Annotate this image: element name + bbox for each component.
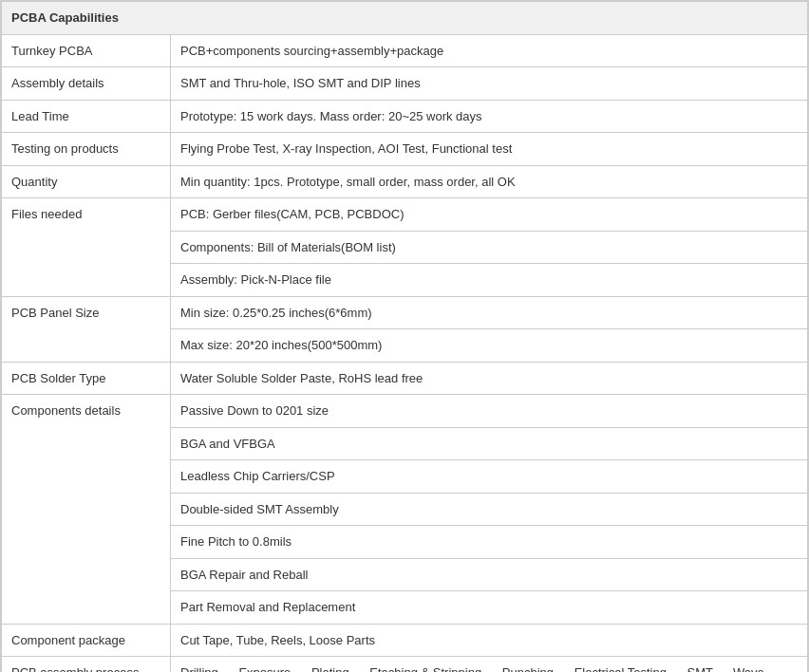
row-value: SMT and Thru-hole, ISO SMT and DIP lines <box>171 67 808 101</box>
table-row: PCB assembly processDrilling-----Exposur… <box>2 657 808 673</box>
row-label: PCB Solder Type <box>2 362 171 395</box>
row-value: Min quantity: 1pcs. Prototype, small ord… <box>171 165 808 198</box>
row-value: Assembly: Pick-N-Place file <box>171 264 808 297</box>
table-row: Lead TimePrototype: 15 work days. Mass o… <box>2 100 808 133</box>
row-value: Min size: 0.25*0.25 inches(6*6mm) <box>171 296 808 329</box>
row-value: Passive Down to 0201 size <box>171 395 808 428</box>
row-value: PCB: Gerber files(CAM, PCB, PCBDOC) <box>171 198 808 232</box>
row-value: Flying Probe Test, X-ray Inspection, AOI… <box>171 133 808 166</box>
row-value: Part Removal and Replacement <box>171 591 808 625</box>
table-row: Testing on productsFlying Probe Test, X-… <box>2 133 808 166</box>
row-value: PCB+components sourcing+assembly+package <box>171 34 808 67</box>
row-label: Components details <box>2 395 171 625</box>
row-label: Component package <box>2 624 171 657</box>
row-value: BGA and VFBGA <box>171 427 808 460</box>
row-value: Max size: 20*20 inches(500*500mm) <box>171 329 808 363</box>
row-label: Turnkey PCBA <box>2 34 171 67</box>
row-label: PCB Panel Size <box>2 296 171 362</box>
row-value: Components: Bill of Materials(BOM list) <box>171 231 808 264</box>
row-label: Assembly details <box>2 67 171 101</box>
table-row: Assembly detailsSMT and Thru-hole, ISO S… <box>2 67 808 101</box>
table-row: QuantityMin quantity: 1pcs. Prototype, s… <box>2 165 808 198</box>
row-value: BGA Repair and Reball <box>171 558 808 591</box>
table-row: PCB Panel SizeMin size: 0.25*0.25 inches… <box>2 296 808 329</box>
row-value: Water Soluble Solder Paste, RoHS lead fr… <box>171 362 808 395</box>
table-header-row: PCBA Capabilities <box>2 2 808 35</box>
table-header: PCBA Capabilities <box>2 2 808 35</box>
table-row: Components detailsPassive Down to 0201 s… <box>2 395 808 428</box>
row-value: Double-sided SMT Assembly <box>171 493 808 526</box>
table-row: Turnkey PCBAPCB+components sourcing+asse… <box>2 34 808 67</box>
table-row: Files neededPCB: Gerber files(CAM, PCB, … <box>2 198 808 232</box>
row-label: Testing on products <box>2 133 171 166</box>
table-row: Component packageCut Tape, Tube, Reels, … <box>2 624 808 657</box>
row-value: Fine Pitch to 0.8mils <box>171 526 808 559</box>
row-label: PCB assembly process <box>2 657 171 673</box>
row-value: Drilling-----Exposure-----Plating-----Et… <box>171 657 808 673</box>
row-value: Prototype: 15 work days. Mass order: 20~… <box>171 100 808 133</box>
row-value: Cut Tape, Tube, Reels, Loose Parts <box>171 624 808 657</box>
table-row: PCB Solder TypeWater Soluble Solder Past… <box>2 362 808 395</box>
row-label: Files needed <box>2 198 171 297</box>
pcba-capabilities-table: PCBA Capabilities Turnkey PCBAPCB+compon… <box>0 0 809 672</box>
row-label: Quantity <box>2 165 171 198</box>
row-value: Leadless Chip Carriers/CSP <box>171 460 808 494</box>
row-label: Lead Time <box>2 100 171 133</box>
